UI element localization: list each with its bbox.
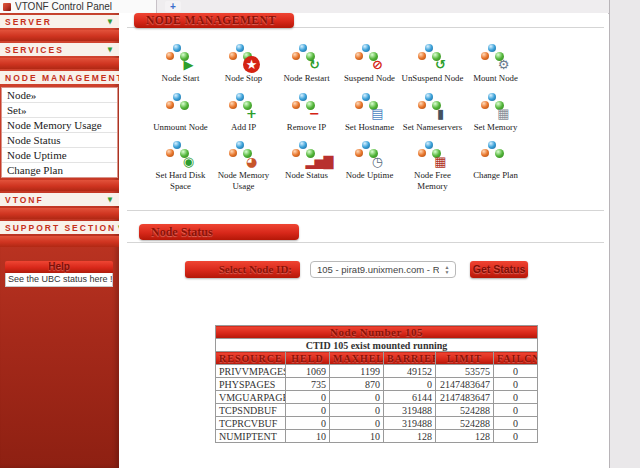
column-header: LIMIT [436, 352, 494, 365]
icon-label: Node Restart [275, 73, 338, 84]
submenu-item[interactable]: Set» [2, 103, 117, 118]
node-status-icon[interactable]: ▂▅▇ Node Status [275, 140, 338, 191]
submenu-item[interactable]: Node» [2, 88, 117, 103]
maxheld-cell: 10 [330, 430, 384, 443]
blue-sphere-icon [488, 44, 496, 52]
barrier-cell: 319488 [384, 404, 436, 417]
held-cell: 735 [286, 378, 330, 391]
orange-sphere-icon [481, 52, 489, 60]
icon-glyph: ◕ [243, 153, 260, 170]
icon-glyph: ⚙ [495, 56, 512, 73]
set-hard-disk-space-icon[interactable]: ◉ Set Hard Disk Space [149, 140, 212, 191]
browser-tab-bar: VTONF Control Panel + [0, 0, 609, 14]
limit-cell: 128 [436, 430, 494, 443]
column-header: RESOURCE [216, 352, 286, 365]
select-stepper-icon [441, 263, 453, 276]
failcnt-cell: 0 [494, 365, 538, 378]
node-uptime-icon[interactable]: ◷ Node Uptime [338, 140, 401, 191]
orange-sphere-icon [229, 101, 237, 109]
column-header: FAILCNT [494, 352, 538, 365]
blue-sphere-icon [488, 93, 496, 101]
table-subtitle: CTID 105 exist mounted running [216, 339, 538, 352]
resource-cell: TCPRCVBUF [216, 417, 286, 430]
sidebar-section-label: VTONF [5, 195, 44, 205]
node-free-memory-icon[interactable]: ▦ Node Free Memory [401, 140, 464, 191]
sidebar-section-server[interactable]: SERVER [0, 15, 119, 28]
set-memory-icon[interactable]: ▦ Set Memory [464, 92, 527, 133]
sidebar-section-vtonf[interactable]: VTONF [0, 193, 119, 206]
barrier-cell: 49152 [384, 365, 436, 378]
add-ip-icon[interactable]: + Add IP [212, 92, 275, 133]
node-restart-icon[interactable]: ↻ Node Restart [275, 43, 338, 84]
sidebar-section-support[interactable]: SUPPORT SECTION [0, 221, 119, 234]
sidebar-section-label: SERVICES [5, 45, 64, 55]
set-hostname-icon[interactable]: ▤ Set Hostname [338, 92, 401, 133]
failcnt-cell: 0 [494, 417, 538, 430]
limit-cell: 2147483647 [436, 391, 494, 404]
vtonf-control-panel-screen: VTONF Control Panel + SERVER SERVICES NO… [0, 0, 640, 468]
orange-sphere-icon [229, 52, 237, 60]
held-cell: 0 [286, 391, 330, 404]
suspend-node-icon[interactable]: ⊘ Suspend Node [338, 43, 401, 84]
unsuspend-node-icon[interactable]: ↺ UnSuspend Node [401, 43, 464, 84]
icon-label: Set Nameservers [401, 122, 464, 133]
sidebar-section-label: SERVER [5, 17, 52, 27]
icon-glyph: ▶ [180, 56, 197, 73]
held-cell: 10 [286, 430, 330, 443]
get-status-button[interactable]: Get Status [470, 261, 528, 278]
node-start-icon[interactable]: ▶ Node Start [149, 43, 212, 84]
help-box: Help See the UBC status here !! [5, 261, 113, 287]
icon-label: UnSuspend Node [401, 73, 464, 84]
icon-label: Mount Node [464, 73, 527, 84]
orange-sphere-icon [292, 52, 300, 60]
orange-sphere-icon [355, 149, 363, 157]
browser-tab[interactable]: VTONF Control Panel [0, 0, 157, 13]
mount-node-icon[interactable]: ⚙ Mount Node [464, 43, 527, 84]
icon-label: Change Plan [464, 170, 527, 181]
unmount-node-icon[interactable]: Unmount Node [149, 92, 212, 133]
sidebar-section-node-management[interactable]: NODE MANAGEMENT [0, 71, 119, 84]
orange-sphere-icon [418, 52, 426, 60]
node-memory-usage-icon[interactable]: ◕ Node Memory Usage [212, 140, 275, 191]
submenu-item[interactable]: Node Memory Usage [2, 118, 117, 133]
resource-cell: PRIVVMPAGES [216, 365, 286, 378]
sidebar-section-services[interactable]: SERVICES [0, 43, 119, 56]
node-id-select[interactable]: 105 - pirat9.unixmen.com - RUN [310, 261, 456, 278]
blue-sphere-icon [299, 93, 307, 101]
icon-glyph: + [243, 105, 260, 122]
sidebar-divider-bar [0, 58, 119, 69]
help-title: Help [5, 261, 113, 273]
icon-glyph: ▦ [432, 153, 449, 170]
sidebar-section-label: NODE MANAGEMENT [5, 73, 124, 83]
blue-sphere-icon [173, 141, 181, 149]
help-ubc-status-link[interactable]: See the UBC status here !! [5, 273, 113, 287]
blue-sphere-icon [236, 141, 244, 149]
new-tab-button[interactable]: + [165, 1, 181, 12]
select-node-id-label: Select Node ID: [185, 261, 300, 278]
submenu-item[interactable]: Node Uptime [2, 148, 117, 163]
resource-cell: VMGUARPAGES [216, 391, 286, 404]
icon-glyph: ◉ [180, 153, 197, 170]
icon-label: Remove IP [275, 122, 338, 133]
ubc-status-table: Node Number 105 CTID 105 exist mounted r… [215, 325, 538, 443]
set-nameservers-icon[interactable]: ▮ Set Nameservers [401, 92, 464, 133]
column-header: BARRIER [384, 352, 436, 365]
submenu-item[interactable]: Change Plan [2, 163, 117, 177]
blue-sphere-icon [173, 93, 181, 101]
icon-art: − [292, 92, 322, 120]
node-id-select-value: 105 - pirat9.unixmen.com - RUN [317, 264, 439, 275]
blue-sphere-icon [362, 141, 370, 149]
blue-sphere-icon [299, 44, 307, 52]
change-plan-icon[interactable]: Change Plan [464, 140, 527, 191]
orange-sphere-icon [166, 149, 174, 157]
icon-label: Add IP [212, 122, 275, 133]
table-row: PRIVVMPAGES 1069 1199 49152 53575 0 [216, 365, 538, 378]
submenu-item[interactable]: Node Status [2, 133, 117, 148]
orange-sphere-icon [418, 101, 426, 109]
icon-label: Node Status [275, 170, 338, 181]
blue-sphere-icon [425, 93, 433, 101]
remove-ip-icon[interactable]: − Remove IP [275, 92, 338, 133]
table-body: PRIVVMPAGES 1069 1199 49152 53575 0 PHYS… [216, 365, 538, 443]
icon-glyph [180, 105, 197, 122]
node-stop-icon[interactable]: ★ Node Stop [212, 43, 275, 84]
